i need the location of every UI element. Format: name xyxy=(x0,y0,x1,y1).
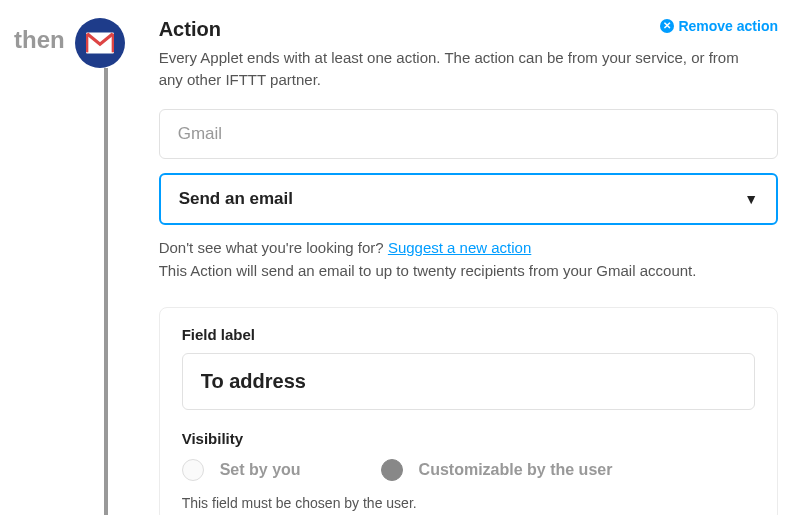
then-label: then xyxy=(14,18,65,54)
section-title: Action xyxy=(159,18,221,41)
visibility-customizable[interactable]: Customizable by the user xyxy=(381,459,613,481)
service-search-input[interactable]: Gmail xyxy=(159,109,778,159)
visibility-title: Visibility xyxy=(182,430,755,447)
visibility-set-by-you[interactable]: Set by you xyxy=(182,459,301,481)
action-select[interactable]: Send an email ▼ xyxy=(159,173,778,225)
action-description: This Action will send an email to up to … xyxy=(159,262,778,279)
radio-label: Set by you xyxy=(220,461,301,479)
gmail-service-icon xyxy=(75,18,125,68)
action-select-value: Send an email xyxy=(179,189,293,209)
radio-icon xyxy=(381,459,403,481)
radio-icon xyxy=(182,459,204,481)
radio-label: Customizable by the user xyxy=(419,461,613,479)
step-indicator: then xyxy=(14,18,125,515)
suggest-line: Don't see what you're looking for? Sugge… xyxy=(159,239,778,256)
field-label-input[interactable] xyxy=(182,353,755,410)
suggest-action-link[interactable]: Suggest a new action xyxy=(388,239,531,256)
remove-action-link[interactable]: ✕ Remove action xyxy=(660,18,778,34)
chevron-down-icon: ▼ xyxy=(744,191,758,207)
service-search-placeholder: Gmail xyxy=(178,124,222,143)
field-config-card: Field label Visibility Set by you Custom… xyxy=(159,307,778,516)
vertical-connector xyxy=(104,68,108,515)
visibility-hint: This field must be chosen by the user. xyxy=(182,495,755,511)
suggest-prefix: Don't see what you're looking for? xyxy=(159,239,388,256)
section-description: Every Applet ends with at least one acti… xyxy=(159,47,739,91)
field-label-title: Field label xyxy=(182,326,755,343)
remove-icon: ✕ xyxy=(660,19,674,33)
remove-action-label: Remove action xyxy=(678,18,778,34)
gmail-icon xyxy=(86,32,114,54)
